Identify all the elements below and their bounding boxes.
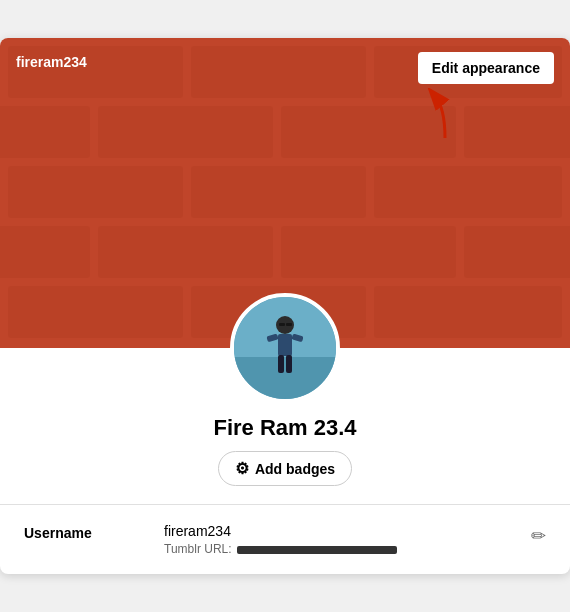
- svg-rect-16: [374, 286, 562, 338]
- banner-username: fireram234: [16, 54, 87, 70]
- svg-rect-24: [278, 355, 284, 373]
- arrow-icon: [415, 88, 465, 143]
- add-badges-label: Add badges: [255, 461, 335, 477]
- svg-rect-6: [464, 106, 570, 158]
- info-section: Username fireram234 Tumblr URL: ✏: [0, 504, 570, 574]
- svg-rect-4: [98, 106, 273, 158]
- avatar-wrapper: [230, 293, 340, 403]
- svg-rect-9: [374, 166, 562, 218]
- svg-rect-14: [8, 286, 183, 338]
- svg-rect-1: [191, 46, 366, 98]
- username-value: fireram234: [164, 523, 531, 539]
- svg-rect-13: [464, 226, 570, 278]
- svg-rect-21: [278, 334, 292, 356]
- profile-card: fireram234 Edit appearance: [0, 38, 570, 574]
- edit-appearance-button[interactable]: Edit appearance: [418, 52, 554, 84]
- svg-rect-11: [98, 226, 273, 278]
- svg-rect-3: [0, 106, 90, 158]
- username-row: Username fireram234 Tumblr URL: ✏: [24, 523, 546, 556]
- username-value-group: fireram234 Tumblr URL:: [164, 523, 531, 556]
- tumblr-url-label: Tumblr URL:: [164, 542, 232, 556]
- svg-rect-12: [281, 226, 456, 278]
- tumblr-url: Tumblr URL:: [164, 542, 531, 556]
- avatar: [230, 293, 340, 403]
- username-label: Username: [24, 523, 164, 541]
- svg-rect-26: [279, 323, 285, 326]
- display-name: Fire Ram 23.4: [213, 415, 356, 441]
- add-badges-button[interactable]: ⚙ Add badges: [218, 451, 352, 486]
- badge-icon: ⚙: [235, 459, 249, 478]
- avatar-section: Fire Ram 23.4 ⚙ Add badges: [0, 348, 570, 504]
- svg-rect-25: [286, 355, 292, 373]
- svg-rect-19: [234, 357, 336, 399]
- svg-rect-27: [286, 323, 292, 326]
- svg-rect-8: [191, 166, 366, 218]
- svg-rect-7: [8, 166, 183, 218]
- tumblr-url-value: [237, 546, 397, 554]
- edit-username-icon[interactable]: ✏: [531, 523, 546, 547]
- svg-rect-10: [0, 226, 90, 278]
